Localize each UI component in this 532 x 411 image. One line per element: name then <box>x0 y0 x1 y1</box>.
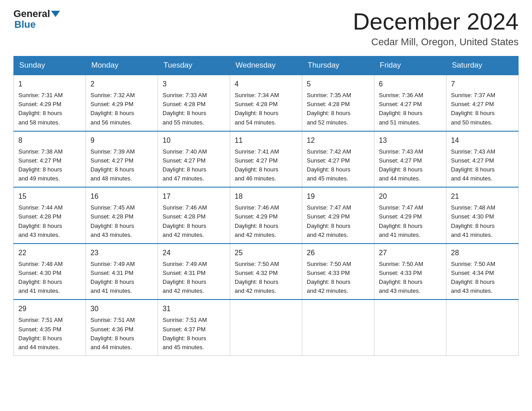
location-text: Cedar Mill, Oregon, United States <box>353 36 519 48</box>
day-number: 30 <box>90 304 153 314</box>
page-container: General Blue December 2024 Cedar Mill, O… <box>13 9 519 356</box>
day-number: 6 <box>379 79 442 90</box>
logo-general-text: General <box>13 9 50 19</box>
day-info: Sunrise: 7:40 AMSunset: 4:27 PMDaylight:… <box>163 147 225 184</box>
day-info: Sunrise: 7:46 AMSunset: 4:29 PMDaylight:… <box>235 203 297 240</box>
header-tuesday: Tuesday <box>158 56 230 75</box>
day-number: 5 <box>307 79 369 90</box>
calendar-cell: 10Sunrise: 7:40 AMSunset: 4:27 PMDayligh… <box>158 131 230 188</box>
day-info: Sunrise: 7:36 AMSunset: 4:27 PMDaylight:… <box>379 91 442 127</box>
calendar-cell <box>374 300 446 355</box>
title-area: December 2024 Cedar Mill, Oregon, United… <box>353 9 519 48</box>
day-number: 11 <box>235 135 297 146</box>
day-number: 9 <box>90 135 153 146</box>
day-info: Sunrise: 7:37 AMSunset: 4:27 PMDaylight:… <box>451 91 514 127</box>
day-info: Sunrise: 7:48 AMSunset: 4:30 PMDaylight:… <box>451 203 514 240</box>
month-title: December 2024 <box>353 9 519 34</box>
day-info: Sunrise: 7:32 AMSunset: 4:29 PMDaylight:… <box>90 91 153 127</box>
day-number: 2 <box>90 79 153 90</box>
calendar-cell: 1Sunrise: 7:31 AMSunset: 4:29 PMDaylight… <box>14 75 86 131</box>
week-row-4: 22Sunrise: 7:48 AMSunset: 4:30 PMDayligh… <box>14 244 519 300</box>
calendar-cell: 27Sunrise: 7:50 AMSunset: 4:33 PMDayligh… <box>374 244 446 300</box>
calendar-cell: 15Sunrise: 7:44 AMSunset: 4:28 PMDayligh… <box>14 187 86 244</box>
week-row-2: 8Sunrise: 7:38 AMSunset: 4:27 PMDaylight… <box>14 131 519 188</box>
day-info: Sunrise: 7:43 AMSunset: 4:27 PMDaylight:… <box>379 147 442 184</box>
calendar-cell: 19Sunrise: 7:47 AMSunset: 4:29 PMDayligh… <box>302 187 374 244</box>
header-sunday: Sunday <box>14 56 86 75</box>
day-number: 18 <box>235 191 297 202</box>
header: General Blue December 2024 Cedar Mill, O… <box>13 9 519 48</box>
day-number: 17 <box>163 191 225 202</box>
day-number: 28 <box>451 248 514 258</box>
day-info: Sunrise: 7:43 AMSunset: 4:27 PMDaylight:… <box>451 147 514 184</box>
week-row-5: 29Sunrise: 7:51 AMSunset: 4:35 PMDayligh… <box>14 300 519 355</box>
calendar-cell: 18Sunrise: 7:46 AMSunset: 4:29 PMDayligh… <box>230 187 302 244</box>
calendar-cell: 16Sunrise: 7:45 AMSunset: 4:28 PMDayligh… <box>86 187 158 244</box>
day-number: 14 <box>451 135 514 146</box>
calendar-cell: 9Sunrise: 7:39 AMSunset: 4:27 PMDaylight… <box>86 131 158 188</box>
day-number: 31 <box>163 304 225 314</box>
calendar-cell <box>302 300 374 355</box>
calendar-cell: 31Sunrise: 7:51 AMSunset: 4:37 PMDayligh… <box>158 300 230 355</box>
day-number: 8 <box>18 135 81 146</box>
day-number: 15 <box>18 191 81 202</box>
day-number: 7 <box>451 79 514 90</box>
calendar-cell: 6Sunrise: 7:36 AMSunset: 4:27 PMDaylight… <box>374 75 446 131</box>
day-info: Sunrise: 7:44 AMSunset: 4:28 PMDaylight:… <box>18 203 81 240</box>
day-info: Sunrise: 7:51 AMSunset: 4:37 PMDaylight:… <box>163 316 225 352</box>
day-info: Sunrise: 7:47 AMSunset: 4:29 PMDaylight:… <box>307 203 369 240</box>
day-info: Sunrise: 7:45 AMSunset: 4:28 PMDaylight:… <box>90 203 153 240</box>
day-info: Sunrise: 7:47 AMSunset: 4:29 PMDaylight:… <box>379 203 442 240</box>
day-number: 24 <box>163 248 225 258</box>
calendar-cell: 21Sunrise: 7:48 AMSunset: 4:30 PMDayligh… <box>446 187 519 244</box>
day-info: Sunrise: 7:35 AMSunset: 4:28 PMDaylight:… <box>307 91 369 127</box>
day-info: Sunrise: 7:51 AMSunset: 4:35 PMDaylight:… <box>18 316 81 352</box>
calendar-cell: 22Sunrise: 7:48 AMSunset: 4:30 PMDayligh… <box>14 244 86 300</box>
header-thursday: Thursday <box>302 56 374 75</box>
day-info: Sunrise: 7:49 AMSunset: 4:31 PMDaylight:… <box>90 260 153 296</box>
calendar-cell: 17Sunrise: 7:46 AMSunset: 4:28 PMDayligh… <box>158 187 230 244</box>
calendar-cell: 4Sunrise: 7:34 AMSunset: 4:28 PMDaylight… <box>230 75 302 131</box>
day-info: Sunrise: 7:46 AMSunset: 4:28 PMDaylight:… <box>163 203 225 240</box>
day-number: 16 <box>90 191 153 202</box>
day-number: 1 <box>18 79 81 90</box>
day-info: Sunrise: 7:50 AMSunset: 4:33 PMDaylight:… <box>379 260 442 296</box>
calendar-cell: 12Sunrise: 7:42 AMSunset: 4:27 PMDayligh… <box>302 131 374 188</box>
header-saturday: Saturday <box>446 56 519 75</box>
calendar-cell: 14Sunrise: 7:43 AMSunset: 4:27 PMDayligh… <box>446 131 519 188</box>
day-number: 12 <box>307 135 369 146</box>
day-number: 20 <box>379 191 442 202</box>
calendar-cell: 2Sunrise: 7:32 AMSunset: 4:29 PMDaylight… <box>86 75 158 131</box>
calendar-cell: 11Sunrise: 7:41 AMSunset: 4:27 PMDayligh… <box>230 131 302 188</box>
calendar-table: SundayMondayTuesdayWednesdayThursdayFrid… <box>13 56 519 356</box>
day-info: Sunrise: 7:48 AMSunset: 4:30 PMDaylight:… <box>18 260 81 296</box>
day-info: Sunrise: 7:38 AMSunset: 4:27 PMDaylight:… <box>18 147 81 184</box>
day-info: Sunrise: 7:50 AMSunset: 4:32 PMDaylight:… <box>235 260 297 296</box>
calendar-cell: 30Sunrise: 7:51 AMSunset: 4:36 PMDayligh… <box>86 300 158 355</box>
day-info: Sunrise: 7:31 AMSunset: 4:29 PMDaylight:… <box>18 91 81 127</box>
day-info: Sunrise: 7:50 AMSunset: 4:33 PMDaylight:… <box>307 260 369 296</box>
day-info: Sunrise: 7:51 AMSunset: 4:36 PMDaylight:… <box>90 316 153 352</box>
day-number: 25 <box>235 248 297 258</box>
calendar-cell: 28Sunrise: 7:50 AMSunset: 4:34 PMDayligh… <box>446 244 519 300</box>
day-number: 19 <box>307 191 369 202</box>
calendar-cell: 20Sunrise: 7:47 AMSunset: 4:29 PMDayligh… <box>374 187 446 244</box>
day-number: 23 <box>90 248 153 258</box>
day-info: Sunrise: 7:42 AMSunset: 4:27 PMDaylight:… <box>307 147 369 184</box>
day-info: Sunrise: 7:33 AMSunset: 4:28 PMDaylight:… <box>163 91 225 127</box>
logo: General Blue <box>13 9 61 30</box>
day-info: Sunrise: 7:50 AMSunset: 4:34 PMDaylight:… <box>451 260 514 296</box>
week-row-1: 1Sunrise: 7:31 AMSunset: 4:29 PMDaylight… <box>14 75 519 131</box>
day-number: 22 <box>18 248 81 258</box>
calendar-cell <box>446 300 519 355</box>
calendar-cell: 29Sunrise: 7:51 AMSunset: 4:35 PMDayligh… <box>14 300 86 355</box>
calendar-cell <box>230 300 302 355</box>
calendar-cell: 26Sunrise: 7:50 AMSunset: 4:33 PMDayligh… <box>302 244 374 300</box>
day-number: 3 <box>163 79 225 90</box>
day-number: 4 <box>235 79 297 90</box>
day-info: Sunrise: 7:39 AMSunset: 4:27 PMDaylight:… <box>90 147 153 184</box>
day-number: 13 <box>379 135 442 146</box>
day-number: 21 <box>451 191 514 202</box>
calendar-cell: 7Sunrise: 7:37 AMSunset: 4:27 PMDaylight… <box>446 75 519 131</box>
logo-arrow-icon <box>51 11 60 17</box>
